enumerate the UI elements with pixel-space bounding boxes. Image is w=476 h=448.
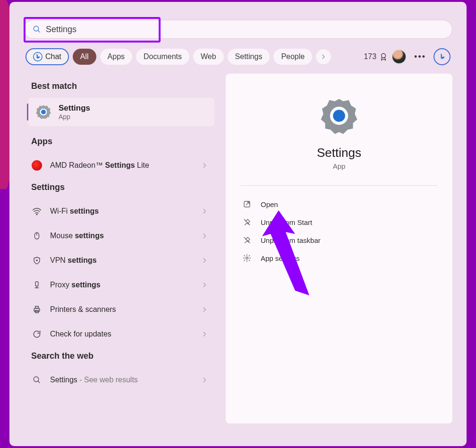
result-web-search[interactable]: Settings - See web results [28,368,214,392]
filter-settings[interactable]: Settings [228,49,270,65]
search-flyout: Chat All Apps Documents Web Settings Peo… [9,2,467,446]
svg-line-1 [38,30,40,32]
medal-icon [379,52,388,61]
bing-b-icon [437,52,447,61]
search-icon [33,25,41,34]
svg-rect-13 [34,309,40,312]
section-best-match: Best match [28,77,214,98]
unpin-icon [243,236,251,244]
chat-label: Chat [45,52,61,61]
more-button[interactable]: ••• [410,52,430,62]
mouse-icon [33,231,41,241]
open-icon [243,200,251,208]
best-match-result[interactable]: Settings App [28,98,214,126]
gear-icon [320,96,358,135]
svg-point-19 [333,110,345,122]
best-match-title: Settings [59,103,90,113]
gear-small-icon [243,254,251,262]
wifi-icon [32,207,42,216]
action-open[interactable]: Open [235,195,443,213]
filter-documents[interactable]: Documents [136,49,189,65]
proxy-icon [33,280,41,290]
svg-point-5 [41,110,46,114]
svg-point-9 [36,260,37,261]
filter-row: Chat All Apps Documents Web Settings Peo… [24,48,452,65]
section-settings: Settings [28,178,214,199]
refresh-icon [32,329,42,339]
expand-filters-button[interactable] [316,49,331,64]
svg-rect-14 [35,306,39,308]
svg-point-6 [36,214,37,215]
chevron-right-icon [201,257,208,264]
preview-title: Settings [235,146,443,160]
section-web: Search the web [28,346,214,368]
action-unpin-taskbar[interactable]: Unpin from taskbar [235,231,443,249]
caret-right-icon [321,54,326,60]
svg-point-23 [246,257,248,259]
chevron-right-icon [201,162,208,169]
action-unpin-start[interactable]: Unpin from Start [235,213,443,231]
chevron-right-icon [201,282,208,288]
amd-icon [32,160,42,171]
filter-all[interactable]: All [73,49,96,65]
result-proxy-settings[interactable]: Proxy settings [28,273,214,297]
section-apps: Apps [28,132,214,153]
best-match-subtitle: App [59,113,90,121]
gear-icon [35,103,52,121]
printer-icon [32,305,42,314]
action-app-settings[interactable]: App settings [235,249,443,267]
chevron-right-icon [201,208,208,215]
result-amd-settings[interactable]: AMD Radeon™ Settings Lite [28,153,214,178]
bing-chat-button[interactable] [434,48,450,65]
divider [241,185,437,186]
bing-b-icon [33,52,42,61]
chevron-right-icon [201,233,208,239]
chat-button[interactable]: Chat [26,48,69,65]
search-bar[interactable] [24,20,452,39]
result-printers-scanners[interactable]: Printers & scanners [28,297,214,322]
result-check-updates[interactable]: Check for updates [28,322,214,346]
avatar[interactable] [391,49,407,64]
shield-icon [33,256,41,265]
result-vpn-settings[interactable]: VPN settings [28,248,214,273]
search-icon [33,376,41,384]
chevron-right-icon [201,331,208,337]
chevron-right-icon [201,377,208,383]
search-input[interactable] [46,25,443,34]
preview-pane: Settings App Open Unpin from Start Unpin… [226,74,452,423]
filter-apps[interactable]: Apps [100,49,132,65]
filter-web[interactable]: Web [193,49,224,65]
unpin-icon [243,218,251,226]
rewards-points[interactable]: 173 [364,52,388,61]
svg-line-17 [38,381,40,383]
filter-people[interactable]: People [273,49,312,65]
chevron-right-icon [201,306,208,313]
svg-rect-10 [35,282,38,286]
result-wifi-settings[interactable]: Wi-Fi settings [28,199,214,224]
results-pane: Best match Settings App Apps AMD Radeon™… [24,74,217,423]
result-mouse-settings[interactable]: Mouse settings [28,224,214,248]
preview-subtitle: App [235,162,443,170]
